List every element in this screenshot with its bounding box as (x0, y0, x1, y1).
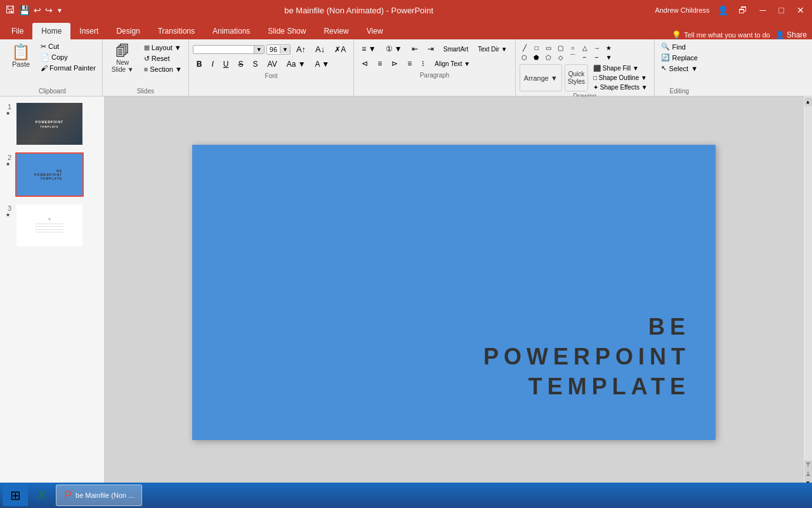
canvas-area[interactable]: BE POWERPOINT TEMPLATE (105, 97, 803, 488)
shape-oval-button[interactable]: ○ (568, 43, 578, 52)
powerpoint-taskbar-button[interactable]: P be Mainfile (Non ... (56, 485, 142, 506)
excel-taskbar-button[interactable]: X (30, 485, 53, 506)
paragraph-label: Paragraph (358, 72, 511, 79)
shape-more2[interactable]: ⬟ (532, 53, 542, 62)
clear-format-button[interactable]: ✗A (331, 44, 350, 55)
copy-button[interactable]: 📄 Copy (38, 53, 98, 62)
shadow-button[interactable]: S (249, 58, 262, 70)
slide-thumb-1[interactable]: POWERPOINT TEMPLATE (15, 102, 84, 146)
shape-fill-button[interactable]: ⬛ Shape Fill ▼ (591, 64, 650, 72)
reset-button[interactable]: ↺ Reset (141, 54, 185, 64)
customize-icon[interactable]: ▼ (56, 7, 63, 14)
slide-thumb-3[interactable]: ────────────────────────────────────────… (15, 203, 84, 248)
align-right-button[interactable]: ⊳ (388, 58, 402, 69)
shape-more3[interactable]: ⬠ (544, 53, 554, 62)
italic-button[interactable]: I (208, 58, 218, 70)
close-icon[interactable]: ✕ (794, 5, 807, 15)
shape-line-button[interactable]: ╱ (520, 43, 530, 52)
smartart-button[interactable]: SmartArt (440, 44, 472, 54)
tab-slideshow[interactable]: Slide Show (259, 23, 315, 39)
new-slide-button[interactable]: 🗐 NewSlide ▼ (107, 42, 139, 76)
font-case-button[interactable]: Aa ▼ (283, 58, 310, 70)
shapes-more-button[interactable]: ▼ (604, 53, 614, 62)
text-direction-button[interactable]: Text Dir ▼ (474, 44, 511, 54)
start-button[interactable]: ⊞ (3, 485, 28, 506)
tab-view[interactable]: View (358, 23, 392, 39)
find-button[interactable]: 🔍Find (658, 42, 688, 51)
slide-number-1: 1 (4, 103, 11, 110)
decrease-indent-button[interactable]: ⇤ (408, 43, 422, 55)
columns-button[interactable]: ⫶ (417, 58, 429, 69)
save-icon[interactable]: 💾 (19, 5, 30, 15)
align-text-button[interactable]: Align Text ▼ (431, 59, 474, 69)
shape-more6[interactable]: ⌢ (580, 53, 590, 62)
tab-insert[interactable]: Insert (70, 23, 107, 39)
slide-line1: BE (483, 312, 690, 342)
section-button[interactable]: ≡ Section ▼ (141, 65, 185, 74)
tab-review[interactable]: Review (315, 23, 357, 39)
slide-item-3[interactable]: 3 ★ ────────────────────────────────────… (4, 203, 100, 248)
restore-down-icon[interactable]: 🗗 (736, 5, 750, 15)
underline-button[interactable]: U (219, 58, 233, 70)
font-name-selector[interactable]: ▼ (193, 45, 265, 54)
strikethrough-button[interactable]: S (235, 58, 247, 70)
increase-font-button[interactable]: A↑ (292, 43, 310, 55)
shape-more4[interactable]: ◇ (556, 53, 566, 62)
numbering-button[interactable]: ① ▼ (382, 43, 406, 55)
undo-icon[interactable]: ↩ (34, 5, 41, 15)
slide-thumb-2[interactable]: BEPOWERPOINTTEMPLATE (15, 152, 84, 197)
slide-item-2[interactable]: 2 ★ BEPOWERPOINTTEMPLATE (4, 152, 100, 197)
minimize-icon[interactable]: ─ (757, 5, 769, 15)
cut-button[interactable]: ✂ Cut (38, 42, 98, 51)
slide-canvas[interactable]: BE POWERPOINT TEMPLATE (192, 145, 716, 440)
quick-styles-button[interactable]: QuickStyles (565, 64, 588, 91)
shape-rect-button[interactable]: □ (532, 43, 542, 52)
tab-design[interactable]: Design (107, 23, 148, 39)
shape-tri-button[interactable]: △ (580, 43, 590, 52)
scroll-up-button[interactable]: ▲ (804, 97, 812, 106)
shape-roundrect-button[interactable]: ▢ (556, 43, 566, 52)
scroll-split-bottom[interactable]: ⊥ (804, 469, 812, 478)
select-button[interactable]: ↖Select▼ (658, 64, 700, 73)
shape-arrow-button[interactable]: → (592, 43, 602, 52)
shape-effects-button[interactable]: ✦ Shape Effects ▼ (591, 83, 650, 91)
paste-button[interactable]: 📋 Paste (6, 42, 36, 70)
arrange-button[interactable]: Arrange▼ (520, 64, 562, 91)
maximize-icon[interactable]: □ (776, 5, 787, 15)
slide-item-1[interactable]: 1 ★ POWERPOINT TEMPLATE (4, 102, 100, 146)
ribbon-font-group: ▼ 96 ▼ A↑ A↓ ✗A B I U S S AV Aa ▼ A ▼ (189, 39, 354, 96)
align-left-button[interactable]: ⊲ (358, 58, 372, 69)
shape-more7[interactable]: ⌣ (592, 53, 602, 62)
right-scrollbar[interactable]: ▲ ⊤ ⊥ ▼ (803, 97, 812, 488)
increase-indent-button[interactable]: ⇥ (424, 43, 438, 55)
tell-me-icon: 💡 (672, 30, 681, 39)
title-bar: 🖫 💾 ↩ ↪ ▼ be Mainfile (Non Animated) - P… (0, 0, 812, 20)
justify-button[interactable]: ≡ (403, 58, 416, 69)
account-icon[interactable]: 👤 (717, 5, 728, 15)
tab-home[interactable]: Home (32, 23, 70, 39)
shape-rect2-button[interactable]: ▭ (544, 43, 554, 52)
replace-button[interactable]: 🔄Replace (658, 53, 700, 62)
bold-button[interactable]: B (193, 58, 206, 70)
char-spacing-button[interactable]: AV (264, 58, 281, 70)
share-button[interactable]: Share (787, 30, 807, 39)
format-painter-button[interactable]: 🖌 Format Painter (38, 64, 98, 72)
ribbon-editing-group: 🔍Find 🔄Replace ↖Select▼ Editing (655, 39, 704, 96)
shape-outline-button[interactable]: □ Shape Outline ▼ (591, 74, 650, 82)
align-center-button[interactable]: ≡ (374, 58, 386, 69)
bullets-button[interactable]: ≡ ▼ (358, 43, 379, 55)
shape-more5[interactable]: ⌒ (568, 53, 578, 62)
shape-star-button[interactable]: ★ (604, 43, 614, 52)
scroll-split-top[interactable]: ⊤ (804, 460, 812, 469)
tab-transitions[interactable]: Transitions (149, 23, 204, 39)
font-size-selector[interactable]: 96 ▼ (266, 44, 291, 55)
decrease-font-button[interactable]: A↓ (311, 43, 329, 55)
slide-number-3: 3 (4, 204, 11, 212)
tell-me-input[interactable]: Tell me what you want to do (684, 31, 770, 39)
font-color-button[interactable]: A ▼ (311, 58, 334, 70)
redo-icon[interactable]: ↪ (45, 5, 53, 15)
shape-more1[interactable]: ⬡ (520, 53, 530, 62)
tab-animations[interactable]: Animations (204, 23, 259, 39)
tab-file[interactable]: File (3, 23, 32, 39)
layout-button[interactable]: ⊞ Layout ▼ (141, 43, 185, 53)
